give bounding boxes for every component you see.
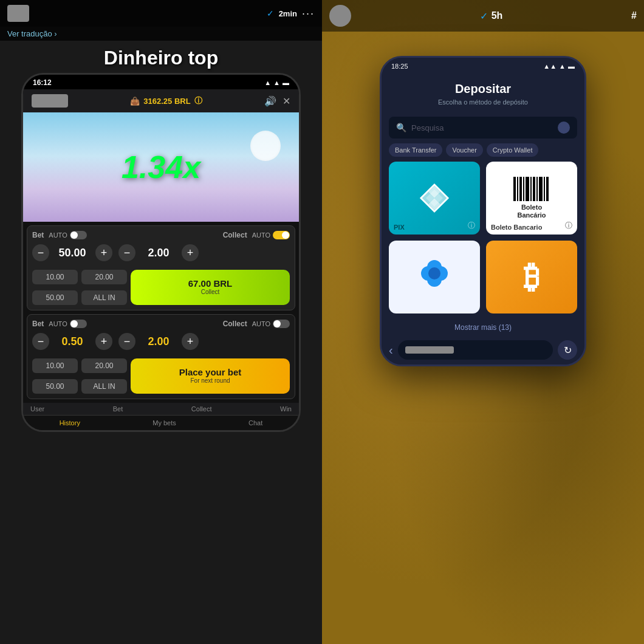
battery-icon-r: ▬ — [568, 63, 575, 70]
boleto-text: BoletoBancário — [513, 204, 550, 219]
bet-decrease-2[interactable]: − — [32, 333, 49, 350]
bet-stepper-2: − 0.50 + — [32, 333, 112, 350]
signal-icon: ▲ — [264, 79, 271, 86]
svg-rect-3 — [523, 177, 524, 201]
boleto-info-icon[interactable]: ⓘ — [565, 221, 572, 231]
nav-history[interactable]: History — [60, 419, 80, 426]
toggle-view-button[interactable] — [558, 122, 570, 134]
toggle-collect-1[interactable] — [273, 231, 290, 239]
bet-value-1: 50.00 — [54, 247, 91, 259]
address-bar[interactable] — [398, 340, 553, 360]
collect-increase-2[interactable]: + — [182, 333, 199, 350]
search-icon: 🔍 — [396, 123, 406, 132]
quick-btns-row2: 50.00 ALL IN — [32, 290, 127, 305]
close-icon[interactable]: ✕ — [283, 95, 290, 107]
quick-btn-50[interactable]: 50.00 — [32, 290, 78, 305]
quick-btns2-row2: 50.00 ALL IN — [32, 379, 127, 394]
filter-crypto-wallet[interactable]: Crypto Wallet — [487, 143, 539, 157]
pix-icon — [416, 180, 453, 216]
collect-button[interactable]: 67.00 BRL Collect — [131, 270, 290, 305]
quick-btn-allin[interactable]: ALL IN — [81, 290, 127, 305]
phone-left: 16:12 ▲ ▲ ▬ 👜 3162.25 BRL ⓘ 🔊 ✕ — [21, 73, 301, 432]
signal-icon-r: ▲▲ — [543, 63, 557, 70]
action-row-2: 10.00 20.00 50.00 ALL IN Place your bet … — [32, 355, 290, 394]
bet-label-2: Bet — [32, 320, 44, 328]
auto-toggle-collect-2[interactable]: AUTO — [252, 320, 290, 328]
bet-section-1: Bet AUTO Collect AUTO — [27, 225, 295, 310]
status-time: 16:12 — [33, 78, 52, 87]
quick-btn2-allin[interactable]: ALL IN — [81, 379, 127, 394]
svg-rect-1 — [517, 177, 518, 201]
phone-bottom-bar: ‹ ↻ — [382, 335, 584, 365]
quick-btn2-10[interactable]: 10.00 — [32, 358, 78, 373]
toggle-collect-2[interactable] — [273, 320, 290, 328]
right-panel: ✓ 5h # 18:25 ▲▲ ▲ ▬ Depositar Escolha o … — [322, 0, 644, 644]
verified-icon-right: ✓ — [480, 10, 488, 22]
place-bet-sub: For next round — [139, 377, 281, 384]
svg-rect-8 — [539, 177, 543, 201]
deposit-header: Depositar Escolha o método de depósito — [382, 72, 584, 112]
sound-icon[interactable]: 🔊 — [264, 95, 276, 107]
clover-payment-card[interactable] — [389, 241, 480, 313]
pix-payment-card[interactable]: PIX ⓘ — [389, 162, 480, 235]
bet-decrease-1[interactable]: − — [32, 244, 49, 261]
auto-toggle-collect-1[interactable]: AUTO — [252, 231, 290, 239]
right-status-icons: ▲▲ ▲ ▬ — [543, 63, 575, 70]
quick-btn-10[interactable]: 10.00 — [32, 270, 78, 284]
bet-increase-2[interactable]: + — [95, 333, 112, 350]
auto-toggle-2[interactable]: AUTO — [49, 320, 86, 328]
table-header: User Bet Collect Win — [23, 403, 299, 415]
svg-rect-2 — [519, 177, 522, 201]
bitcoin-payment-card[interactable]: ₿ — [486, 241, 577, 313]
svg-rect-16 — [433, 279, 436, 286]
balance-value: 3162.25 BRL — [143, 97, 190, 106]
quick-btn2-20[interactable]: 20.00 — [81, 358, 127, 373]
nav-chat[interactable]: Chat — [248, 419, 262, 426]
main-title: Dinheiro top — [0, 41, 322, 73]
blurred-url — [405, 346, 454, 354]
place-bet-label: Place your bet — [139, 367, 281, 377]
bet-section-2: Bet AUTO Collect AUTO — [27, 314, 295, 399]
collect-col-header: Collect — [191, 405, 212, 413]
bet-stepper-1: − 50.00 + — [32, 244, 112, 261]
collect-decrease-1[interactable]: − — [118, 244, 135, 261]
refresh-button[interactable]: ↻ — [558, 340, 577, 360]
pix-info-icon[interactable]: ⓘ — [468, 221, 475, 231]
nav-my-bets[interactable]: My bets — [152, 419, 176, 426]
auto-toggle-1[interactable]: AUTO — [49, 231, 86, 239]
toggle-1[interactable] — [70, 231, 87, 239]
bet-value-2: 0.50 — [54, 335, 91, 348]
bet-col-header: Bet — [113, 405, 123, 413]
svg-rect-6 — [533, 177, 535, 201]
boleto-label: Boleto Bancario — [491, 224, 542, 231]
quick-btn-20[interactable]: 20.00 — [81, 270, 127, 284]
left-top-bar: ✓ 2min ··· — [0, 0, 322, 27]
phone-right-status: 18:25 ▲▲ ▲ ▬ — [382, 58, 584, 72]
toggle-2[interactable] — [70, 320, 87, 328]
search-placeholder: Pesquisa — [411, 123, 444, 132]
info-icon[interactable]: ⓘ — [194, 95, 202, 106]
collect-increase-1[interactable]: + — [182, 244, 199, 261]
right-avatar — [329, 5, 351, 27]
bet-increase-1[interactable]: + — [95, 244, 112, 261]
svg-rect-7 — [536, 177, 538, 201]
boleto-payment-card[interactable]: BoletoBancário Boleto Bancario ⓘ — [486, 162, 577, 235]
collect-decrease-2[interactable]: − — [118, 333, 135, 350]
action-row-1: 10.00 20.00 50.00 ALL IN 67.00 BRL Colle… — [32, 266, 290, 305]
translate-bar[interactable]: Ver tradução › — [0, 27, 322, 41]
win-col-header: Win — [280, 405, 292, 413]
nav-back-button[interactable]: ‹ — [389, 343, 393, 357]
search-bar[interactable]: 🔍 Pesquisa — [389, 117, 577, 139]
battery-icon: ▬ — [283, 79, 289, 86]
quick-btn2-50[interactable]: 50.00 — [32, 379, 78, 394]
show-more-button[interactable]: Mostrar mais (13) — [382, 320, 584, 335]
filter-bank-transfer[interactable]: Bank Transfer — [389, 143, 442, 157]
status-icons: ▲ ▲ ▬ — [264, 79, 289, 86]
svg-rect-9 — [544, 177, 545, 201]
app-header: 👜 3162.25 BRL ⓘ 🔊 ✕ — [23, 89, 299, 112]
place-bet-button[interactable]: Place your bet For next round — [131, 358, 290, 394]
collect-label-2: Collect — [223, 320, 247, 328]
right-top-bar: ✓ 5h # — [322, 0, 644, 32]
more-options-button[interactable]: ··· — [302, 7, 315, 20]
filter-voucher[interactable]: Voucher — [446, 143, 482, 157]
